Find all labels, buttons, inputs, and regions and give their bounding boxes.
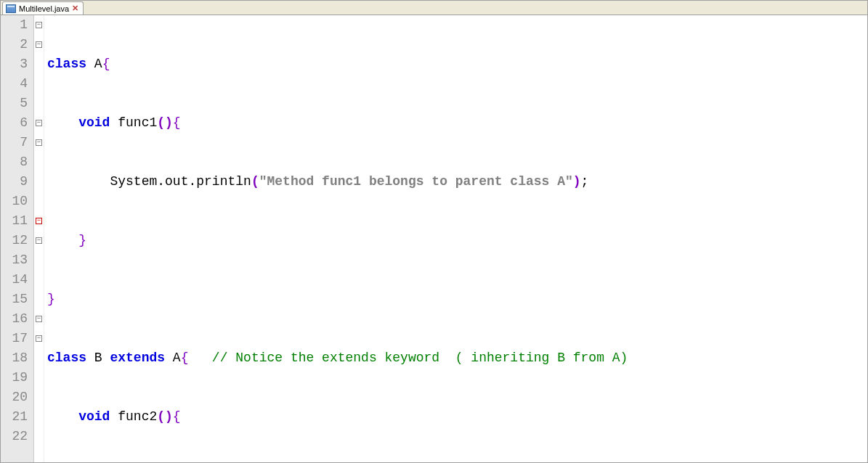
fold-toggle-icon[interactable]: − [36, 139, 42, 146]
tab-label: Multilevel.java [19, 4, 69, 13]
fold-toggle-icon[interactable]: − [36, 237, 42, 244]
code-line: System.out.println("Method func1 belongs… [47, 172, 867, 192]
code-line: class A{ [47, 54, 867, 74]
code-line: void func2(){ [47, 407, 867, 427]
editor: 123 456 789 101112 131415 161718 192021 … [1, 15, 867, 462]
fold-toggle-icon[interactable]: − [36, 218, 42, 224]
tab-bar: Multilevel.java ✕ [1, 1, 867, 15]
fold-toggle-icon[interactable]: − [36, 120, 42, 126]
file-tab[interactable]: Multilevel.java ✕ [2, 1, 84, 15]
fold-toggle-icon[interactable]: − [36, 335, 42, 342]
code-line: } [47, 290, 867, 309]
code-line: class B extends A{ // Notice the extends… [47, 348, 867, 368]
code-line: } [47, 231, 867, 250]
fold-toggle-icon[interactable]: − [36, 41, 42, 48]
code-area[interactable]: class A{ void func1(){ System.out.printl… [44, 15, 867, 462]
java-file-icon [6, 4, 16, 13]
fold-toggle-icon[interactable]: − [36, 316, 42, 322]
fold-column: − − − − − − − − [34, 15, 44, 462]
code-line: void func1(){ [47, 113, 867, 133]
line-number-gutter: 123 456 789 101112 131415 161718 192021 … [1, 15, 34, 462]
fold-toggle-icon[interactable]: − [36, 22, 42, 28]
close-icon[interactable]: ✕ [72, 4, 78, 13]
